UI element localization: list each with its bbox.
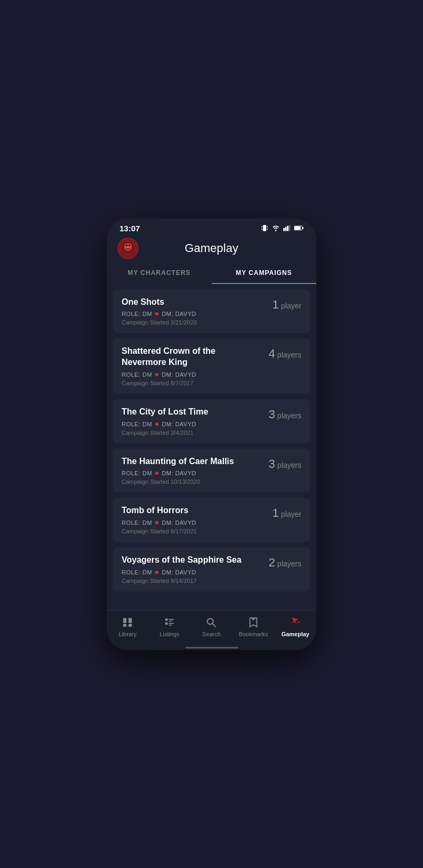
player-count: 1player: [273, 298, 301, 312]
campaign-dm: DM: DAVYD: [162, 371, 196, 378]
svg-rect-8: [289, 225, 291, 231]
tabs-container: MY CHARACTERS MY CAMPAIGNS: [107, 263, 316, 284]
svg-point-16: [129, 244, 131, 246]
player-number: 4: [269, 347, 275, 360]
campaign-meta: ROLE: DM DM: DAVYD: [122, 421, 262, 427]
player-label: players: [277, 559, 301, 568]
svg-rect-18: [129, 618, 132, 622]
nav-item-library[interactable]: Library: [111, 616, 143, 637]
player-count: 3players: [269, 457, 301, 471]
bookmarks-label: Bookmarks: [239, 631, 268, 637]
phone-frame: 13:07 Gameplay: [107, 218, 316, 650]
campaign-card[interactable]: Voyagers of the Sapphire Sea ROLE: DM DM…: [113, 547, 310, 591]
header: Gameplay: [107, 236, 316, 263]
svg-rect-23: [169, 621, 172, 621]
nav-item-listings[interactable]: Listings: [154, 616, 186, 637]
svg-rect-24: [165, 622, 168, 625]
tab-my-campaigns[interactable]: MY CAMPAIGNS: [212, 263, 317, 284]
campaign-card[interactable]: The Haunting of Caer Mallis ROLE: DM DM:…: [113, 449, 310, 493]
campaign-card[interactable]: Tomb of Horrors ROLE: DM DM: DAVYD Campa…: [113, 498, 310, 542]
status-bar: 13:07: [107, 218, 316, 236]
campaign-title: The City of Lost Time: [122, 407, 262, 418]
player-label: players: [277, 461, 301, 469]
status-icons: [261, 224, 304, 232]
player-count: 2players: [269, 556, 301, 570]
card-right: 1player: [273, 505, 301, 520]
campaign-meta: ROLE: DM DM: DAVYD: [122, 520, 266, 526]
svg-rect-19: [123, 623, 126, 627]
svg-rect-11: [302, 227, 304, 229]
card-left: Shattered Crown of the Nevermore King RO…: [122, 346, 262, 386]
listings-label: Listings: [159, 631, 179, 637]
svg-rect-3: [261, 229, 262, 230]
svg-rect-26: [169, 624, 172, 625]
player-label: players: [277, 411, 301, 420]
svg-rect-5: [283, 228, 285, 231]
campaign-meta: ROLE: DM DM: DAVYD: [122, 311, 266, 317]
nav-item-bookmarks[interactable]: Bookmarks: [237, 616, 269, 637]
campaign-date: Campaign Started 9/14/2017: [122, 578, 262, 584]
campaign-card[interactable]: The City of Lost Time ROLE: DM DM: DAVYD…: [113, 399, 310, 443]
campaign-dm: DM: DAVYD: [162, 520, 196, 526]
svg-rect-1: [261, 226, 262, 228]
nav-item-search[interactable]: Search: [195, 616, 227, 637]
campaign-role: ROLE: DM: [122, 569, 152, 575]
card-right: 1player: [273, 297, 301, 312]
player-number: 3: [269, 457, 275, 470]
svg-rect-20: [129, 623, 132, 627]
card-right: 2players: [269, 555, 301, 570]
svg-rect-7: [287, 226, 289, 231]
player-label: player: [281, 302, 301, 310]
campaign-role: ROLE: DM: [122, 311, 152, 317]
svg-rect-21: [165, 618, 168, 621]
status-time: 13:07: [119, 224, 140, 233]
svg-rect-25: [169, 622, 174, 623]
gameplay-icon: [289, 616, 302, 629]
bookmarks-icon: [247, 616, 260, 629]
campaign-list: One Shots ROLE: DM DM: DAVYD Campaign St…: [107, 284, 316, 610]
campaign-card[interactable]: One Shots ROLE: DM DM: DAVYD Campaign St…: [113, 289, 310, 334]
tab-my-characters[interactable]: MY CHARACTERS: [107, 263, 212, 284]
campaign-title: Voyagers of the Sapphire Sea: [122, 555, 262, 566]
bottom-nav: Library Listings Search Bookmarks: [107, 610, 316, 646]
campaign-role: ROLE: DM: [122, 371, 152, 378]
campaign-dm: DM: DAVYD: [162, 569, 196, 575]
nav-item-gameplay[interactable]: Gameplay: [280, 616, 312, 637]
card-left: Tomb of Horrors ROLE: DM DM: DAVYD Campa…: [122, 505, 266, 534]
campaign-dm: DM: DAVYD: [162, 311, 196, 317]
campaign-date: Campaign Started 2/4/2021: [122, 429, 262, 436]
card-left: The City of Lost Time ROLE: DM DM: DAVYD…: [122, 407, 262, 436]
meta-dot: [155, 472, 158, 475]
campaign-meta: ROLE: DM DM: DAVYD: [122, 569, 262, 575]
card-right: 3players: [269, 456, 301, 471]
listings-icon: [163, 616, 176, 629]
campaign-title: The Haunting of Caer Mallis: [122, 456, 262, 467]
campaign-date: Campaign Started 9/17/2021: [122, 528, 266, 534]
player-count: 4players: [269, 347, 301, 361]
library-icon: [121, 616, 134, 629]
library-label: Library: [118, 631, 137, 637]
card-right: 3players: [269, 407, 301, 421]
meta-dot: [155, 571, 158, 574]
gameplay-label: Gameplay: [281, 631, 309, 637]
player-number: 1: [273, 298, 279, 311]
campaign-title: One Shots: [122, 297, 266, 308]
svg-point-15: [126, 244, 128, 246]
battery-icon: [294, 225, 304, 231]
player-number: 3: [269, 408, 275, 421]
campaign-title: Tomb of Horrors: [122, 505, 266, 516]
campaign-role: ROLE: DM: [122, 470, 152, 476]
avatar[interactable]: [117, 238, 139, 259]
vibrate-icon: [261, 224, 268, 232]
search-icon: [205, 616, 218, 629]
campaign-role: ROLE: DM: [122, 520, 152, 526]
campaign-date: Campaign Started 8/7/2017: [122, 380, 262, 386]
svg-rect-6: [285, 227, 287, 231]
svg-rect-2: [267, 226, 268, 228]
meta-dot: [155, 373, 158, 376]
campaign-card[interactable]: Shattered Crown of the Nevermore King RO…: [113, 338, 310, 394]
campaign-dm: DM: DAVYD: [162, 421, 196, 427]
svg-rect-22: [169, 619, 174, 620]
page-title: Gameplay: [185, 241, 238, 255]
player-label: player: [281, 510, 301, 518]
